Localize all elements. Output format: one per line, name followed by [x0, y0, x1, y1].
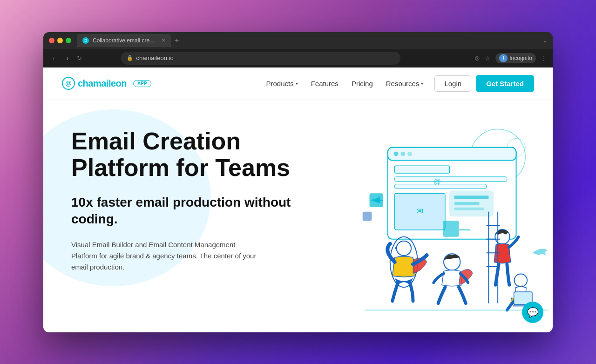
logo-main: @ chamaileon APP: [62, 77, 151, 90]
svg-rect-8: [394, 176, 507, 181]
chat-button[interactable]: 💬: [522, 302, 543, 323]
hero-left: Email Creation Platform for Teams 10x fa…: [43, 100, 324, 332]
back-button[interactable]: ‹: [49, 54, 58, 62]
profile-area[interactable]: I Incognito: [495, 53, 536, 63]
minimize-button[interactable]: [57, 38, 63, 43]
nav-links: Products ▾ Features Pricing Resources ▾: [266, 80, 423, 88]
logo-text: chamaileon: [78, 78, 127, 89]
login-button[interactable]: Login: [434, 75, 471, 92]
addressbar: ‹ › ↻ 🔒 chamaileon.io ⊗ ☆ I Incognito ⋮: [43, 49, 553, 67]
tab-favicon: @: [82, 37, 89, 44]
hero-section: Email Creation Platform for Teams 10x fa…: [43, 100, 553, 332]
logo[interactable]: @ chamaileon APP: [62, 77, 151, 90]
reload-button[interactable]: ↻: [77, 54, 82, 61]
tab-area: @ Collaborative email creation pl ✕ +: [77, 34, 542, 47]
cast-icon[interactable]: ⊗: [474, 54, 480, 62]
window-control-arrow[interactable]: ⌄: [542, 37, 547, 44]
browser-window: @ Collaborative email creation pl ✕ + ⌄ …: [43, 32, 553, 332]
lock-icon: 🔒: [127, 55, 133, 61]
traffic-lights: [49, 38, 71, 43]
url-bar[interactable]: 🔒 chamaileon.io: [121, 52, 400, 65]
tab-close-button[interactable]: ✕: [162, 38, 165, 43]
svg-rect-7: [394, 166, 449, 173]
svg-point-6: [407, 151, 412, 156]
svg-text:✉: ✉: [416, 206, 423, 216]
chat-icon: 💬: [527, 307, 539, 318]
profile-name: Incognito: [509, 55, 532, 61]
nav-pricing[interactable]: Pricing: [352, 80, 373, 88]
svg-rect-3: [388, 147, 516, 160]
svg-rect-13: [454, 195, 488, 199]
nav-products[interactable]: Products ▾: [266, 80, 298, 88]
hero-description: Visual Email Builder and Email Content M…: [71, 239, 257, 273]
products-chevron: ▾: [296, 81, 298, 86]
hero-subtitle: 10x faster email production without codi…: [71, 194, 305, 228]
tab-title: Collaborative email creation pl: [93, 37, 158, 44]
get-started-button[interactable]: Get Started: [476, 75, 534, 92]
logo-icon: @: [62, 77, 75, 90]
hero-right: ✉: [324, 100, 553, 332]
website-content: @ chamaileon APP Products ▾ Features Pri…: [43, 67, 553, 332]
fullscreen-button[interactable]: [66, 38, 71, 43]
svg-rect-18: [443, 221, 459, 236]
bookmark-icon[interactable]: ☆: [485, 54, 491, 62]
svg-point-20: [396, 241, 411, 256]
titlebar: @ Collaborative email creation pl ✕ + ⌄: [43, 32, 553, 49]
hero-title: Email Creation Platform for Teams: [71, 128, 305, 181]
address-right-controls: ⊗ ☆ I Incognito ⋮: [474, 53, 547, 63]
svg-rect-14: [454, 202, 479, 204]
nav-resources[interactable]: Resources ▾: [386, 80, 424, 88]
browser-tab[interactable]: @ Collaborative email creation pl ✕: [77, 34, 171, 47]
nav-features[interactable]: Features: [311, 80, 339, 88]
profile-avatar: I: [499, 54, 508, 62]
new-tab-button[interactable]: +: [175, 36, 179, 45]
close-button[interactable]: [49, 38, 54, 43]
url-text: chamaileon.io: [136, 54, 173, 61]
browser-menu-button[interactable]: ⋮: [541, 54, 547, 62]
logo-badge: APP: [133, 80, 151, 87]
site-nav: @ chamaileon APP Products ▾ Features Pri…: [43, 67, 553, 100]
forward-button[interactable]: ›: [63, 54, 72, 62]
svg-point-4: [393, 151, 398, 156]
svg-point-5: [400, 151, 405, 156]
svg-point-29: [514, 274, 527, 287]
svg-text:@: @: [433, 177, 440, 185]
svg-rect-15: [454, 207, 484, 210]
svg-rect-17: [362, 211, 372, 221]
resources-chevron: ▾: [421, 81, 423, 86]
hero-illustration: ✉: [324, 100, 553, 332]
